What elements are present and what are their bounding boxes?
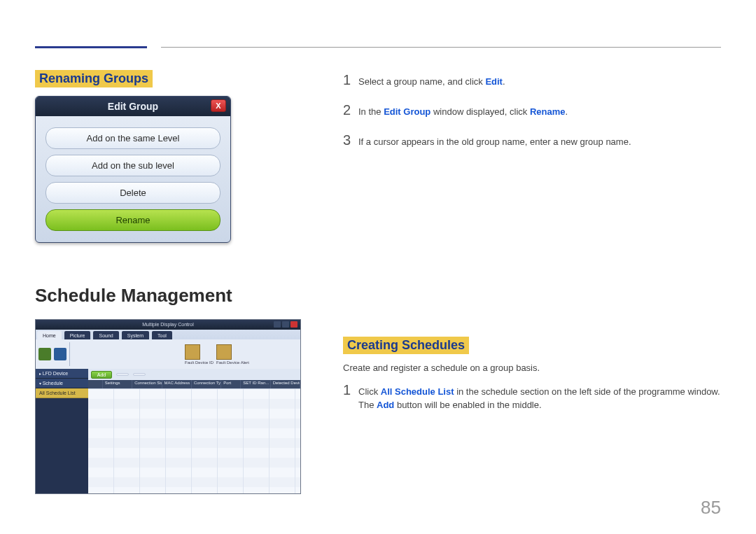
mdc-app-screenshot: Multiple Display Control Home Picture So… — [35, 319, 301, 494]
step-1: 1 Select a group name, and click Edit. — [343, 70, 721, 90]
col-settings: Settings — [103, 380, 132, 388]
ribbon-icon-1[interactable] — [38, 348, 51, 360]
c1-pre: Click — [358, 386, 381, 397]
main-area: Add Settings Connection Status MAC Addre… — [88, 369, 300, 493]
step-2: 2 In the Edit Group window displayed, cl… — [343, 100, 721, 120]
c1-kw1: All Schedule List — [381, 386, 454, 397]
fault-device-id-icon[interactable] — [185, 344, 200, 360]
right-column: 1 Select a group name, and click Edit. 2… — [343, 70, 721, 494]
col-connection-status: Connection Status — [132, 380, 162, 388]
step-3: 3 If a cursor appears in the old group n… — [343, 130, 721, 150]
delete-button[interactable]: Delete — [46, 182, 220, 204]
ribbon-body: Fault Device ID Fault Device Alert — [36, 339, 300, 369]
creating-step-num-1: 1 — [343, 380, 358, 400]
dialog-titlebar: Edit Group X — [36, 97, 230, 116]
sidebar-all-schedule-list[interactable]: All Schedule List — [36, 388, 88, 398]
table-body — [88, 388, 300, 493]
ribbon-separator — [69, 342, 70, 366]
header-long-rule — [161, 47, 721, 48]
fault-device-alert-icon[interactable] — [216, 344, 232, 360]
dialog-body: Add on the same Level Add on the sub lev… — [36, 116, 230, 242]
schedule-management-heading: Schedule Management — [35, 285, 301, 307]
table-header: Settings Connection Status MAC Address C… — [88, 380, 300, 388]
section-title-creating: Creating Schedules — [343, 337, 469, 354]
ribbon-icon-2[interactable] — [54, 348, 66, 360]
creating-step-body-1: Click All Schedule List in the schedule … — [358, 384, 721, 412]
minimize-icon[interactable] — [274, 321, 281, 328]
step-1-pre: Select a group name, and click — [358, 76, 485, 87]
left-column: Renaming Groups Edit Group X Add on the … — [35, 70, 301, 494]
renaming-steps: 1 Select a group name, and click Edit. 2… — [343, 70, 721, 150]
toolbar-disabled-1 — [116, 373, 129, 376]
col-setid: SET ID Ran... — [241, 380, 270, 388]
sidebar-schedule[interactable]: Schedule — [36, 379, 88, 388]
col-mac-address: MAC Address — [162, 380, 192, 388]
step-1-kw: Edit — [485, 76, 503, 87]
step-1-post: . — [503, 76, 505, 87]
creating-intro: Create and register a schedule on a grou… — [343, 363, 721, 373]
sidebar-lfd-device[interactable]: LFD Device — [36, 369, 88, 379]
app-titlebar: Multiple Display Control — [36, 320, 300, 330]
step-num-2: 2 — [343, 100, 358, 120]
section-title-renaming: Renaming Groups — [35, 70, 153, 87]
app-title-text: Multiple Display Control — [142, 322, 194, 327]
page-number: 85 — [701, 497, 721, 519]
step-num-1: 1 — [343, 70, 358, 90]
step-2-mid: window displayed, click — [430, 106, 530, 117]
close-icon[interactable] — [290, 321, 298, 328]
step-body-1: Select a group name, and click Edit. — [358, 74, 721, 89]
c1-kw2: Add — [377, 400, 394, 410]
toolbar-disabled-2 — [133, 373, 146, 376]
step-2-post: . — [566, 106, 568, 117]
col-blank — [88, 380, 103, 388]
add-same-level-button[interactable]: Add on the same Level — [46, 127, 220, 149]
creating-step-1: 1 Click All Schedule List in the schedul… — [343, 380, 721, 412]
add-button[interactable]: Add — [91, 371, 112, 379]
dialog-close-button[interactable]: X — [211, 99, 226, 112]
add-sub-level-button[interactable]: Add on the sub level — [46, 155, 220, 176]
toolbar: Add — [88, 369, 300, 380]
spacer — [343, 160, 721, 337]
col-connection-type: Connection Type — [192, 380, 221, 388]
c1-post: button will be enabled in the middle. — [394, 400, 541, 410]
edit-group-dialog: Edit Group X Add on the same Level Add o… — [35, 96, 231, 243]
app-body: LFD Device Schedule All Schedule List Ad… — [36, 369, 300, 493]
col-detected: Detected Devices — [271, 380, 300, 388]
close-icon: X — [216, 101, 220, 110]
step-num-3: 3 — [343, 130, 358, 150]
content-row-1: Renaming Groups Edit Group X Add on the … — [35, 70, 721, 494]
fault-device-alert-label: Fault Device Alert — [216, 360, 249, 365]
step-body-3: If a cursor appears in the old group nam… — [358, 134, 721, 149]
maximize-icon[interactable] — [282, 321, 289, 328]
sidebar: LFD Device Schedule All Schedule List — [36, 369, 88, 493]
step-2-kw2: Rename — [530, 106, 566, 117]
fault-device-id-label: Fault Device ID — [185, 360, 214, 365]
header-short-rule — [35, 46, 147, 48]
step-body-2: In the Edit Group window displayed, clic… — [358, 104, 721, 119]
manual-page: Renaming Groups Edit Group X Add on the … — [0, 0, 756, 534]
col-port: Port — [221, 380, 241, 388]
creating-steps: 1 Click All Schedule List in the schedul… — [343, 380, 721, 412]
dialog-title-text: Edit Group — [108, 101, 158, 112]
grid-lines — [88, 389, 300, 493]
ribbon-fault-group: Fault Device ID Fault Device Alert — [73, 344, 249, 365]
rename-button[interactable]: Rename — [46, 209, 220, 231]
step-2-pre: In the — [358, 106, 384, 117]
step-2-kw1: Edit Group — [384, 106, 430, 117]
window-controls — [274, 321, 298, 328]
